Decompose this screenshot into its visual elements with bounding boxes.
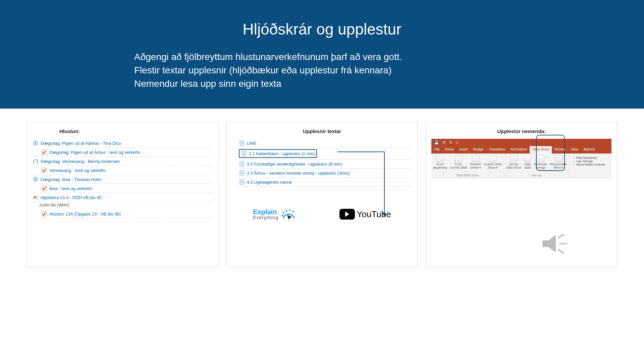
header-banner: Hljóðskrár og upplestur Aðgengi að fjölb… <box>0 0 644 109</box>
headphones-icon <box>33 158 39 164</box>
link-text[interactable]: Ikea - texti og verkefni <box>49 186 92 191</box>
callout-arrow <box>337 148 405 222</box>
svg-line-23 <box>558 234 564 238</box>
link-text[interactable]: Dægurlag: Ikea - Thomas Holm <box>41 177 101 182</box>
svg-point-9 <box>241 142 243 144</box>
tab-design[interactable]: Design <box>470 146 486 154</box>
svg-point-13 <box>241 163 243 165</box>
ribbon-button-icon <box>489 155 496 162</box>
list-item[interactable]: Ikea - texti og verkefni <box>33 184 213 193</box>
svg-point-19 <box>283 212 285 214</box>
link-text[interactable]: Dægurlag: Pigen ud af Århus - texti og v… <box>49 150 140 155</box>
panel2-title: Upplesnir textar <box>232 128 412 134</box>
link-text[interactable]: 3.3 Århus - verdens mindste storby - upp… <box>247 171 350 176</box>
check-icon <box>41 211 47 217</box>
ribbon-tabs: FileHomeInsertDesignTransitionsAnimation… <box>431 146 611 154</box>
link-text[interactable]: 2.1 København - upplestur (2 min) <box>249 151 315 156</box>
page-title: Hljóðskrár og upplestur <box>0 20 644 38</box>
svg-point-20 <box>286 210 287 212</box>
list-item[interactable]: Dægurlag: Vennesang - Benny Andersen <box>33 157 213 166</box>
link-text[interactable]: Vennesang - texti og verkefni <box>49 168 106 173</box>
list-item[interactable]: Vennesang - texti og verkefni <box>33 166 213 175</box>
header-line-3: Nemendur lesa upp sinn eigin texta <box>0 78 644 89</box>
list-item[interactable]: LINE <box>239 139 412 148</box>
check-icon <box>41 149 47 155</box>
tab-home[interactable]: Home <box>442 146 457 154</box>
ribbon-button-icon <box>472 155 479 162</box>
svg-point-18 <box>282 215 283 217</box>
page-icon <box>239 161 245 167</box>
panel-upplestur-nemenda: Upplestur nemenda: 💾 ↺ ↻ ▷ FileHomeInser… <box>426 122 617 267</box>
page-icon <box>241 150 247 157</box>
svg-point-17 <box>241 181 243 183</box>
list-item[interactable]: Hlustun 13A (Opgave 23 - VB bls 45) <box>33 209 213 219</box>
link-text[interactable]: Dægurlag: Pigen ud af Aarhus - Tina Dico <box>41 141 121 146</box>
tab-view[interactable]: View <box>568 146 581 154</box>
link-text[interactable]: LINE <box>247 141 257 146</box>
link-text[interactable]: Hljóðskrá 13 A - DDD VB bls 45 <box>41 195 102 200</box>
svg-point-11 <box>243 153 245 155</box>
list-item[interactable]: Dægurlag: Pigen ud af Århus - texti og v… <box>33 148 213 157</box>
speaker-icon <box>536 230 577 257</box>
panel1-title: Hlustun: <box>33 128 213 134</box>
globe-icon <box>33 140 39 146</box>
tab-transitions[interactable]: Transitions <box>486 146 508 154</box>
tab-add-ins[interactable]: Add-ins <box>581 146 598 154</box>
ribbon-checkbox[interactable]: Play Narrations <box>573 156 605 160</box>
panels-row: Hlustun: Dægurlag: Pigen ud af Aarhus - … <box>0 109 644 267</box>
panel-hlustun: Hlustun: Dægurlag: Pigen ud af Aarhus - … <box>27 122 218 267</box>
ribbon-content: FromBeginningFromCurrent SlidePresentOnl… <box>431 154 611 178</box>
tab-insert[interactable]: Insert <box>457 146 470 154</box>
ribbon-button-icon <box>455 155 462 162</box>
audio-icon <box>33 194 39 200</box>
ribbon-button[interactable]: Custom SlideShow ▾ <box>484 155 502 170</box>
link-text[interactable]: 4.3 Ugedagenes navne <box>247 180 292 185</box>
ribbon-button[interactable]: Set UpSlide Show <box>506 155 521 170</box>
list-item[interactable]: Hljóðskrá 13 A - DDD VB bls 45 <box>33 193 213 202</box>
page-icon <box>239 179 245 185</box>
page-icon <box>239 170 245 176</box>
link-text[interactable]: Hlustun 13A (Opgave 23 - VB bls 45) <box>49 212 121 217</box>
svg-rect-3 <box>37 162 38 164</box>
svg-point-21 <box>289 209 291 211</box>
ribbon-button-icon <box>510 155 518 162</box>
globe-icon <box>33 176 39 182</box>
check-icon <box>41 167 47 173</box>
link-text[interactable]: 3.5 Forskellige seværdigheder - upplestu… <box>247 162 342 167</box>
audio-file-subtext: Audio file (WMA) <box>33 202 213 209</box>
tab-animations[interactable]: Animations <box>508 146 530 154</box>
svg-point-22 <box>292 211 294 213</box>
ribbon-button[interactable]: PresentOnline ▾ <box>470 155 481 170</box>
panel-upplesnir: Upplesnir textar LINE2.1 København - upp… <box>226 122 418 267</box>
link-text[interactable]: Dægurlag: Vennesang - Benny Andersen <box>41 159 120 164</box>
svg-rect-2 <box>33 162 34 164</box>
callout-ring-record <box>536 135 565 171</box>
ribbon-checkbox[interactable]: Use Timings <box>573 160 605 163</box>
svg-point-15 <box>241 172 243 174</box>
explain-everything-logo: Explain Everything <box>253 207 297 222</box>
quick-access-toolbar: 💾 ↺ ↻ ▷ <box>431 139 611 146</box>
undo-icon[interactable]: ↺ <box>442 140 446 145</box>
ribbon-button[interactable]: FromCurrent Slide <box>449 155 467 170</box>
panel3-title: Upplestur nemenda: <box>431 128 611 134</box>
ribbon-group-start: FromBeginningFromCurrent SlidePresentOnl… <box>431 154 504 178</box>
redo-icon[interactable]: ↻ <box>449 140 452 145</box>
start-show-icon[interactable]: ▷ <box>456 140 459 145</box>
ribbon-button[interactable]: HideSlide <box>524 155 531 170</box>
ribbon-button-icon <box>436 155 444 162</box>
explain-everything-icon <box>280 207 297 222</box>
check-icon <box>41 185 47 191</box>
header-line-2: Flestir textar upplesnir (hljóðbækur eða… <box>0 65 644 76</box>
powerpoint-ribbon: 💾 ↺ ↻ ▷ FileHomeInsertDesignTransitionsA… <box>431 139 611 178</box>
ribbon-button-icon <box>524 155 531 162</box>
ribbon-checkbox[interactable]: Show Media Controls <box>573 163 605 166</box>
tab-file[interactable]: File <box>431 146 442 154</box>
list-item[interactable]: Dægurlag: Ikea - Thomas Holm <box>33 175 213 184</box>
header-line-1: Aðgengi að fjölbreyttum hlustunarverkefn… <box>0 52 644 62</box>
page-icon <box>239 140 245 146</box>
svg-line-25 <box>558 250 564 253</box>
ribbon-button[interactable]: FromBeginning <box>433 155 447 170</box>
save-icon[interactable]: 💾 <box>434 140 439 145</box>
ribbon-group-checks: Play NarrationsUse TimingsShow Media Con… <box>570 154 607 178</box>
list-item[interactable]: Dægurlag: Pigen ud af Aarhus - Tina Dico <box>33 139 213 148</box>
